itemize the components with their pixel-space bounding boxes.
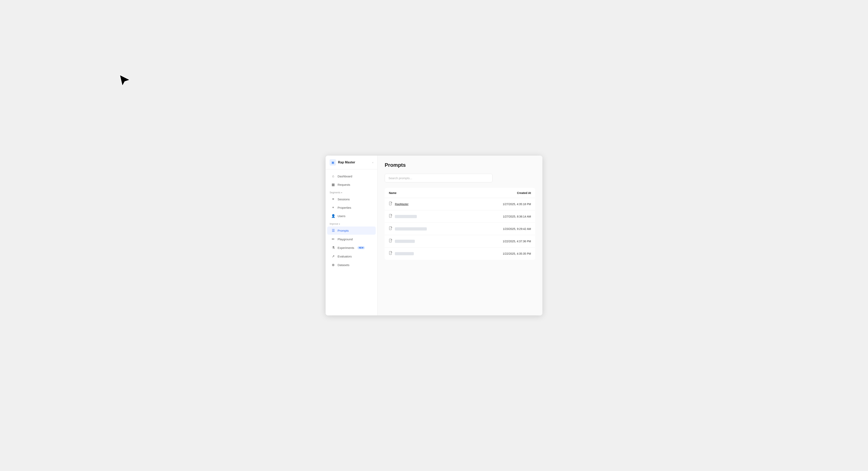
- tag-icon: ⌖: [331, 206, 335, 209]
- chevron-down-icon: ▾: [339, 223, 340, 225]
- prompt-name-redacted: [395, 252, 414, 255]
- app-name: Rap Master: [338, 160, 355, 164]
- file-icon: [389, 239, 393, 244]
- sidebar-item-experiments[interactable]: ⚗ Experiments NEW: [327, 244, 376, 252]
- sidebar-item-properties[interactable]: ⌖ Properties: [327, 204, 376, 211]
- main-content: Prompts Name Created At RapMaster1/27/20…: [377, 156, 542, 315]
- table-cell-name: [385, 223, 469, 235]
- prompt-name-redacted: [395, 227, 427, 231]
- sidebar-item-prompts[interactable]: ☰ Prompts: [327, 227, 376, 235]
- prompts-icon: ☰: [331, 229, 335, 233]
- file-icon: [389, 214, 393, 219]
- prompt-name-redacted: [395, 215, 417, 218]
- sidebar-item-label: Requests: [338, 183, 350, 186]
- prompts-table: Name Created At RapMaster1/27/2025, 4:35…: [385, 188, 535, 260]
- prompt-name-link[interactable]: RapMaster: [395, 203, 408, 206]
- chevron-down-icon: ▾: [341, 192, 342, 194]
- file-icon: [389, 251, 393, 256]
- table-row[interactable]: 1/22/2025, 4:37:36 PM: [385, 235, 535, 247]
- sidebar-item-label: Playground: [338, 237, 353, 241]
- table-row[interactable]: 1/27/2025, 8:36:14 AM: [385, 210, 535, 223]
- table-cell-name: [385, 210, 469, 223]
- sidebar: ▣ Rap Master ‹ ⌂ Dashboard ▦ Requests Se…: [326, 156, 377, 315]
- table-col-created: Created At: [469, 188, 535, 198]
- sidebar-item-label: Prompts: [338, 229, 349, 232]
- sidebar-item-users[interactable]: 👤 Users: [327, 212, 376, 220]
- app-window: ▣ Rap Master ‹ ⌂ Dashboard ▦ Requests Se…: [326, 156, 542, 315]
- sidebar-item-label: Properties: [338, 206, 351, 209]
- sidebar-logo-area: ▣ Rap Master: [330, 159, 355, 166]
- sessions-icon: ≡: [331, 197, 335, 201]
- sidebar-item-sessions[interactable]: ≡ Sessions: [327, 195, 376, 203]
- sidebar-navigation: ⌂ Dashboard ▦ Requests Segments ▾ ≡ Sess…: [326, 169, 377, 315]
- sidebar-item-label: Experiments: [338, 246, 354, 249]
- sidebar-collapse-button[interactable]: ‹: [372, 161, 373, 164]
- table-col-name: Name: [385, 188, 469, 198]
- app-logo-icon: ▣: [330, 159, 336, 166]
- segments-section-label: Segments ▾: [326, 189, 377, 195]
- table-cell-created-at: 1/22/2025, 4:35:35 PM: [469, 247, 535, 260]
- table-cell-name: RapMaster: [385, 198, 469, 210]
- playground-icon: ✏: [331, 237, 335, 241]
- datasets-icon: ⊗: [331, 263, 335, 267]
- sidebar-header: ▣ Rap Master ‹: [326, 156, 377, 169]
- search-input[interactable]: [385, 174, 493, 182]
- new-badge: NEW: [357, 246, 365, 249]
- sidebar-item-evaluators[interactable]: ↗ Evaluators: [327, 252, 376, 261]
- file-icon: [389, 202, 393, 207]
- sidebar-item-label: Datasets: [338, 263, 349, 267]
- sidebar-item-dashboard[interactable]: ⌂ Dashboard: [327, 172, 376, 180]
- table-cell-name: [385, 247, 469, 260]
- prompt-name-redacted: [395, 240, 415, 243]
- table-cell-created-at: 1/27/2025, 4:35:18 PM: [469, 198, 535, 210]
- table-row[interactable]: 1/22/2025, 4:35:35 PM: [385, 247, 535, 260]
- table-row[interactable]: RapMaster1/27/2025, 4:35:18 PM: [385, 198, 535, 210]
- table-cell-created-at: 1/27/2025, 8:36:14 AM: [469, 210, 535, 223]
- table-cell-created-at: 1/22/2025, 4:37:36 PM: [469, 235, 535, 247]
- table-cell-name: [385, 235, 469, 247]
- sidebar-item-label: Sessions: [338, 198, 350, 201]
- sidebar-item-playground[interactable]: ✏ Playground: [327, 235, 376, 243]
- sidebar-item-requests[interactable]: ▦ Requests: [327, 181, 376, 189]
- grid-icon: ▦: [331, 183, 335, 187]
- file-icon: [389, 226, 393, 231]
- table-row[interactable]: 1/23/2025, 9:29:42 AM: [385, 223, 535, 235]
- home-icon: ⌂: [331, 174, 335, 178]
- evaluators-icon: ↗: [331, 254, 335, 259]
- experiments-icon: ⚗: [331, 246, 335, 250]
- users-icon: 👤: [331, 214, 335, 218]
- sidebar-item-datasets[interactable]: ⊗ Datasets: [327, 261, 376, 269]
- page-title: Prompts: [385, 162, 535, 168]
- sidebar-item-label: Evaluators: [338, 255, 352, 258]
- svg-marker-15: [120, 75, 130, 86]
- table-cell-created-at: 1/23/2025, 9:29:42 AM: [469, 223, 535, 235]
- sidebar-item-label: Dashboard: [338, 175, 352, 178]
- improve-section-label: Improve ▾: [326, 220, 377, 226]
- sidebar-item-label: Users: [338, 214, 345, 218]
- search-bar: [385, 174, 493, 182]
